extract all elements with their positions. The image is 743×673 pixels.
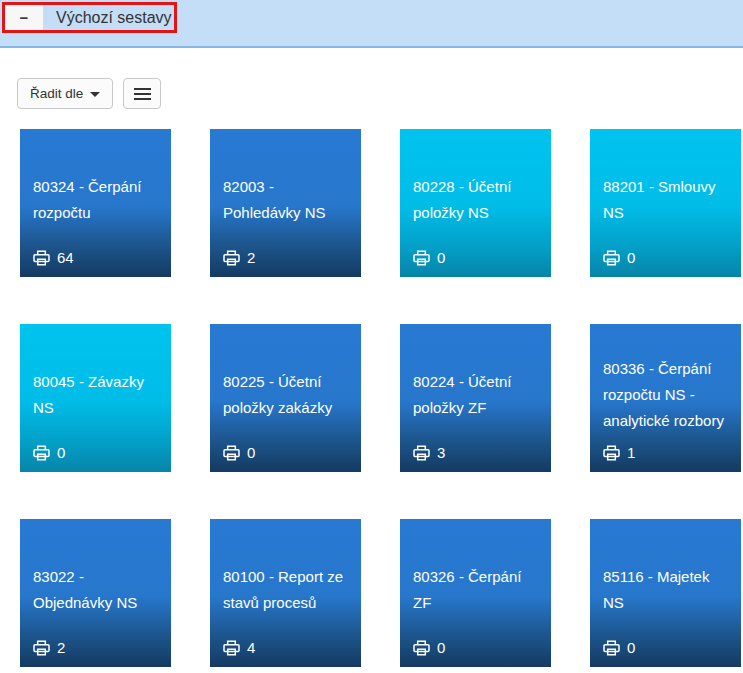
- report-tile[interactable]: 80225 - Účetní položky zakázky 0: [210, 324, 361, 472]
- report-tile-print-count: 2: [33, 639, 65, 656]
- report-tile-print-count: 0: [413, 249, 445, 266]
- report-tile-title: 80225 - Účetní položky zakázky: [210, 369, 361, 427]
- report-tile-title: 80100 - Report ze stavů procesů: [210, 564, 361, 622]
- collapse-panel-button[interactable]: −: [5, 5, 43, 30]
- printer-icon: [413, 445, 430, 461]
- sort-by-label: Řadit dle: [30, 86, 83, 101]
- report-tile-print-count: 2: [223, 249, 255, 266]
- printer-icon: [603, 445, 620, 461]
- report-tile-print-count: 0: [413, 639, 445, 656]
- printer-icon: [223, 640, 240, 656]
- print-count-value: 2: [247, 249, 255, 266]
- report-tile-title: 80228 - Účetní položky NS: [400, 174, 551, 232]
- print-count-value: 0: [437, 639, 445, 656]
- report-tile[interactable]: 80324 - Čerpání rozpočtu 64: [20, 129, 171, 277]
- print-count-value: 4: [247, 639, 255, 656]
- report-tile-title: 80326 - Čerpání ZF: [400, 564, 551, 622]
- report-tile-title: 80336 - Čerpání rozpočtu NS - analytické…: [590, 356, 741, 440]
- report-tile[interactable]: 83022 - Objednávky NS 2: [20, 519, 171, 667]
- report-tile-print-count: 0: [603, 249, 635, 266]
- report-tile-print-count: 0: [33, 444, 65, 461]
- report-tile[interactable]: 80326 - Čerpání ZF 0: [400, 519, 551, 667]
- report-tile[interactable]: 88201 - Smlouvy NS 0: [590, 129, 741, 277]
- print-count-value: 1: [627, 444, 635, 461]
- report-tile[interactable]: 80100 - Report ze stavů procesů 4: [210, 519, 361, 667]
- printer-icon: [33, 640, 50, 656]
- report-tile-title: 80224 - Účetní položky ZF: [400, 369, 551, 427]
- print-count-value: 2: [57, 639, 65, 656]
- toolbar: Řadit dle: [17, 78, 743, 109]
- report-tile-print-count: 64: [33, 249, 74, 266]
- report-tile-title: 85116 - Majetek NS: [590, 564, 741, 622]
- panel-header: − Výchozí sestavy: [0, 0, 743, 48]
- report-tile-title: 83022 - Objednávky NS: [20, 564, 171, 622]
- report-tile-title: 82003 - Pohledávky NS: [210, 174, 361, 232]
- sort-by-dropdown-button[interactable]: Řadit dle: [17, 78, 113, 109]
- report-tile[interactable]: 85116 - Majetek NS 0: [590, 519, 741, 667]
- report-tile-title: 80045 - Závazky NS: [20, 369, 171, 427]
- report-tile-print-count: 1: [603, 444, 635, 461]
- print-count-value: 0: [247, 444, 255, 461]
- report-tile[interactable]: 82003 - Pohledávky NS 2: [210, 129, 361, 277]
- printer-icon: [33, 445, 50, 461]
- report-tile-grid: 80324 - Čerpání rozpočtu 64 82003 - Pohl…: [20, 129, 743, 667]
- report-tile[interactable]: 80228 - Účetní položky NS 0: [400, 129, 551, 277]
- print-count-value: 0: [57, 444, 65, 461]
- report-tile[interactable]: 80224 - Účetní položky ZF 3: [400, 324, 551, 472]
- report-tile-print-count: 0: [603, 639, 635, 656]
- report-tile-title: 80324 - Čerpání rozpočtu: [20, 174, 171, 232]
- report-tile[interactable]: 80045 - Závazky NS 0: [20, 324, 171, 472]
- panel-title: Výchozí sestavy: [43, 5, 174, 30]
- report-tile-title: 88201 - Smlouvy NS: [590, 174, 741, 232]
- layout-menu-button[interactable]: [123, 78, 161, 109]
- printer-icon: [413, 640, 430, 656]
- printer-icon: [223, 250, 240, 266]
- printer-icon: [603, 640, 620, 656]
- print-count-value: 3: [437, 444, 445, 461]
- printer-icon: [603, 250, 620, 266]
- print-count-value: 0: [437, 249, 445, 266]
- printer-icon: [223, 445, 240, 461]
- print-count-value: 0: [627, 639, 635, 656]
- print-count-value: 64: [57, 249, 74, 266]
- report-tile-print-count: 3: [413, 444, 445, 461]
- printer-icon: [413, 250, 430, 266]
- highlight-annotation-box: − Výchozí sestavy: [2, 2, 177, 33]
- report-tile-print-count: 0: [223, 444, 255, 461]
- report-tile[interactable]: 80336 - Čerpání rozpočtu NS - analytické…: [590, 324, 741, 472]
- caret-down-icon: [90, 92, 100, 97]
- hamburger-icon: [134, 88, 151, 100]
- print-count-value: 0: [627, 249, 635, 266]
- printer-icon: [33, 250, 50, 266]
- report-tile-print-count: 4: [223, 639, 255, 656]
